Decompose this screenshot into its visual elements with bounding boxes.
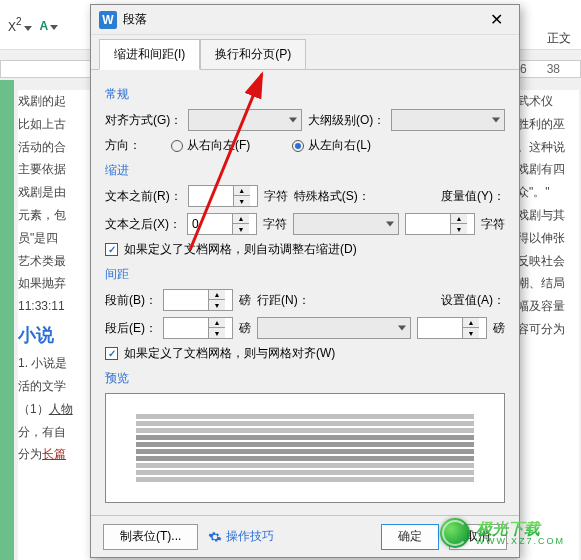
spin-down-icon[interactable]: ▼ — [233, 224, 249, 234]
spin-down-icon[interactable]: ▼ — [209, 300, 225, 310]
unit-char: 字符 — [264, 188, 288, 205]
spin-down-icon[interactable]: ▼ — [234, 196, 250, 206]
app-icon: W — [99, 11, 117, 29]
watermark-sub: WWW.XZ7.COM — [476, 537, 566, 546]
auto-adjust-indent-checkbox[interactable] — [105, 243, 118, 256]
space-after-spinner[interactable]: ▲▼ — [163, 317, 233, 339]
alignment-combo[interactable] — [188, 109, 302, 131]
font-size-control[interactable]: X2 — [8, 16, 32, 34]
label-line-spacing: 行距(N)： — [257, 292, 310, 309]
spin-up-icon[interactable]: ▲ — [234, 186, 250, 196]
setting-value-spinner[interactable]: ▲▼ — [417, 317, 487, 339]
spin-down-icon[interactable]: ▼ — [463, 328, 479, 338]
unit-pt: 磅 — [239, 320, 251, 337]
document-text-left: 戏剧的起比如上古活动的合主要依据戏剧是由元素，包员"是四艺术类最如果抛弃11:3… — [18, 90, 90, 560]
preview-box — [105, 393, 505, 503]
margin-strip — [0, 80, 14, 560]
label-outline-level: 大纲级别(O)： — [308, 112, 385, 129]
font-color-control[interactable]: A — [40, 16, 59, 34]
unit-pt: 磅 — [239, 292, 251, 309]
spin-down-icon[interactable]: ▼ — [209, 328, 225, 338]
outline-level-combo[interactable] — [391, 109, 505, 131]
section-preview: 预览 — [105, 370, 505, 387]
gear-icon — [208, 530, 222, 544]
tips-link[interactable]: 操作技巧 — [208, 528, 274, 545]
tab-line-page-break[interactable]: 换行和分页(P) — [200, 39, 306, 69]
label-direction: 方向： — [105, 137, 141, 154]
unit-char: 字符 — [263, 216, 287, 233]
spin-up-icon[interactable]: ▲ — [233, 214, 249, 224]
unit-char: 字符 — [481, 216, 505, 233]
dialog-title: 段落 — [123, 11, 481, 28]
watermark-logo-icon — [440, 518, 470, 548]
special-format-combo[interactable] — [293, 213, 399, 235]
label-auto-indent: 如果定义了文档网格，则自动调整右缩进(D) — [124, 241, 357, 258]
label-alignment: 对齐方式(G)： — [105, 112, 182, 129]
ruler-mark: 38 — [547, 62, 560, 76]
tabstops-button[interactable]: 制表位(T)... — [103, 524, 198, 550]
label-space-after: 段后(E)： — [105, 320, 157, 337]
spin-up-icon[interactable]: ▲ — [451, 214, 467, 224]
label-setting: 设置值(A)： — [441, 292, 505, 309]
direction-rtl-radio[interactable]: 从右向左(F) — [171, 137, 250, 154]
line-spacing-combo[interactable] — [257, 317, 411, 339]
section-spacing: 间距 — [105, 266, 505, 283]
section-indent: 缩进 — [105, 162, 505, 179]
text-after-spinner[interactable]: ▲▼ — [187, 213, 257, 235]
tab-indent-spacing[interactable]: 缩进和间距(I) — [99, 39, 200, 70]
tab-strip: 缩进和间距(I) 换行和分页(P) — [91, 39, 519, 70]
label-snap-grid: 如果定义了文档网格，则与网格对齐(W) — [124, 345, 335, 362]
text-before-spinner[interactable]: ▲▼ — [188, 185, 258, 207]
metric-spinner[interactable]: ▲▼ — [405, 213, 475, 235]
unit-pt: 磅 — [493, 320, 505, 337]
document-text-right: 武术仪胜利的巫。这种说戏剧有四众"。"戏剧与其得以伸张反映社会潮、结局幅及容量容… — [517, 90, 579, 560]
watermark-main: 极光下载 — [476, 521, 566, 537]
spin-up-icon[interactable]: ▲ — [209, 318, 225, 328]
spin-up-icon[interactable]: ▲ — [209, 290, 225, 300]
space-before-spinner[interactable]: ▲▼ — [163, 289, 233, 311]
label-text-after: 文本之后(X)： — [105, 216, 181, 233]
label-text-before: 文本之前(R)： — [105, 188, 182, 205]
close-button[interactable]: ✕ — [481, 10, 511, 29]
label-metric: 度量值(Y)： — [441, 188, 505, 205]
watermark: 极光下载 WWW.XZ7.COM — [440, 518, 566, 548]
label-space-before: 段前(B)： — [105, 292, 157, 309]
ok-button[interactable]: 确定 — [381, 524, 439, 550]
section-general: 常规 — [105, 86, 505, 103]
spin-down-icon[interactable]: ▼ — [451, 224, 467, 234]
label-special: 特殊格式(S)： — [294, 188, 370, 205]
style-normal[interactable]: 正文 — [547, 30, 571, 47]
titlebar: W 段落 ✕ — [91, 5, 519, 35]
spin-up-icon[interactable]: ▲ — [463, 318, 479, 328]
direction-ltr-radio[interactable]: 从左向右(L) — [292, 137, 371, 154]
snap-to-grid-checkbox[interactable] — [105, 347, 118, 360]
paragraph-dialog: W 段落 ✕ 缩进和间距(I) 换行和分页(P) 常规 对齐方式(G)： 大纲级… — [90, 4, 520, 558]
